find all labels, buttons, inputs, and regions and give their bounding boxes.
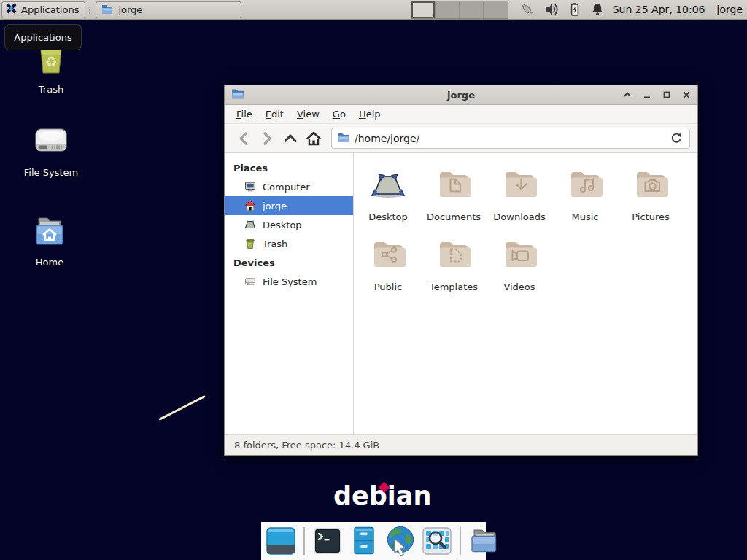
- forward-button[interactable]: [255, 128, 279, 149]
- home-button[interactable]: [302, 128, 325, 149]
- menu-view[interactable]: View: [290, 106, 326, 122]
- sidebar-header-devices: Devices: [225, 253, 353, 272]
- file-label: Templates: [430, 281, 478, 292]
- desktop-icon: [244, 219, 256, 230]
- show-desktop-button[interactable]: [265, 525, 297, 557]
- tooltip-text: Applications: [14, 32, 71, 43]
- panel-username[interactable]: jorge: [717, 4, 743, 15]
- file-manager-window: jorge File Edit View Go Help: [224, 85, 698, 456]
- top-panel: Applications jorge: [0, 0, 747, 20]
- sidebar-item-jorge[interactable]: jorge: [225, 196, 353, 215]
- sidebar-item-file-system[interactable]: File System: [225, 272, 353, 291]
- sidebar: Places Computer jorge: [225, 153, 354, 434]
- file-videos[interactable]: Videos: [487, 233, 552, 303]
- file-label: Desktop: [368, 211, 408, 222]
- close-button[interactable]: [682, 90, 691, 99]
- music-folder-icon: [568, 166, 603, 201]
- file-manager-button[interactable]: [348, 525, 380, 557]
- taskbar-window-label: jorge: [118, 4, 142, 15]
- battery-icon[interactable]: [568, 2, 581, 17]
- drive-icon: [244, 276, 256, 287]
- file-label: Public: [374, 281, 402, 292]
- desktop-icon-label: File System: [24, 167, 78, 178]
- desktop-special-icon: [371, 166, 406, 201]
- app-finder-button[interactable]: [421, 525, 453, 557]
- videos-folder-icon: [502, 236, 537, 271]
- volume-icon[interactable]: [544, 2, 559, 17]
- taskbar-window-button[interactable]: jorge: [96, 1, 241, 18]
- file-label: Music: [572, 211, 599, 222]
- file-public[interactable]: Public: [355, 233, 421, 303]
- sidebar-item-label: jorge: [263, 201, 287, 211]
- file-cabinet-icon: [349, 526, 379, 556]
- public-folder-icon: [371, 236, 406, 271]
- dock-separator: [460, 527, 461, 555]
- web-browser-globe-icon: [384, 525, 417, 557]
- menu-go[interactable]: Go: [326, 106, 352, 122]
- reload-icon[interactable]: [669, 131, 684, 146]
- desktop-icon-home[interactable]: Home: [15, 214, 85, 268]
- web-browser-button[interactable]: [384, 525, 417, 557]
- folder-shortcut-button[interactable]: [468, 525, 500, 557]
- sidebar-item-computer[interactable]: Computer: [225, 177, 353, 196]
- notifications-bell-icon[interactable]: [591, 2, 604, 17]
- folder-icon: [468, 526, 500, 556]
- downloads-folder-icon: [502, 166, 537, 201]
- menu-help[interactable]: Help: [352, 106, 387, 122]
- hard-drive-icon: [33, 125, 69, 162]
- terminal-icon: [312, 526, 343, 556]
- file-label: Downloads: [493, 211, 545, 222]
- shade-button[interactable]: [623, 90, 632, 99]
- path-bar[interactable]: /home/jorge/: [331, 128, 690, 149]
- file-downloads[interactable]: Downloads: [487, 163, 552, 233]
- workspace-3[interactable]: [460, 1, 484, 18]
- file-label: Videos: [503, 281, 535, 292]
- applications-menu-label: Applications: [21, 4, 79, 15]
- templates-folder-icon: [436, 236, 471, 271]
- sidebar-item-label: Computer: [263, 182, 310, 192]
- dock: [261, 522, 486, 560]
- path-folder-icon: [338, 131, 349, 145]
- svg-text:♻: ♻: [44, 53, 57, 69]
- statusbar: 8 folders, Free space: 14.4 GiB: [225, 434, 697, 455]
- applications-tooltip: Applications: [4, 24, 82, 50]
- file-documents[interactable]: Documents: [421, 163, 487, 233]
- file-label: Pictures: [632, 211, 669, 222]
- workspace-1[interactable]: [411, 1, 436, 18]
- terminal-button[interactable]: [311, 525, 344, 557]
- back-button[interactable]: [232, 128, 255, 149]
- file-templates[interactable]: Templates: [421, 233, 487, 303]
- applications-menu-button[interactable]: Applications: [1, 1, 85, 18]
- file-pictures[interactable]: Pictures: [618, 163, 684, 233]
- file-label: Documents: [427, 211, 481, 222]
- desktop-icon-label: Trash: [39, 84, 63, 95]
- menu-file[interactable]: File: [230, 106, 259, 122]
- minimize-button[interactable]: [643, 90, 651, 99]
- desktop-icon-file-system[interactable]: File System: [16, 125, 86, 178]
- home-folder-icon: [31, 214, 68, 252]
- up-button[interactable]: [279, 128, 302, 149]
- sidebar-item-trash[interactable]: Trash: [225, 234, 353, 253]
- network-icon[interactable]: [519, 2, 535, 17]
- toolbar: /home/jorge/: [225, 124, 697, 153]
- dock-separator: [303, 527, 305, 555]
- workspace-4[interactable]: [484, 1, 508, 18]
- workspace-2[interactable]: [436, 1, 460, 18]
- sidebar-header-places: Places: [225, 158, 353, 177]
- maximize-button[interactable]: [662, 90, 671, 99]
- menu-edit[interactable]: Edit: [259, 106, 290, 122]
- path-input[interactable]: /home/jorge/: [355, 133, 664, 144]
- desktop-line-artifact: [158, 395, 206, 421]
- computer-icon: [244, 181, 256, 192]
- file-desktop[interactable]: Desktop: [355, 163, 421, 233]
- statusbar-text: 8 folders, Free space: 14.4 GiB: [234, 440, 379, 451]
- show-desktop-icon: [266, 526, 296, 556]
- window-titlebar[interactable]: jorge: [225, 85, 697, 105]
- documents-folder-icon: [436, 166, 471, 201]
- panel-handle[interactable]: [87, 1, 93, 18]
- panel-clock[interactable]: Sun 25 Apr, 10:06: [613, 4, 705, 15]
- sidebar-item-desktop[interactable]: Desktop: [225, 215, 353, 234]
- workspace-switcher[interactable]: [411, 1, 508, 19]
- file-music[interactable]: Music: [552, 163, 618, 233]
- file-grid: Desktop Documents: [354, 153, 697, 434]
